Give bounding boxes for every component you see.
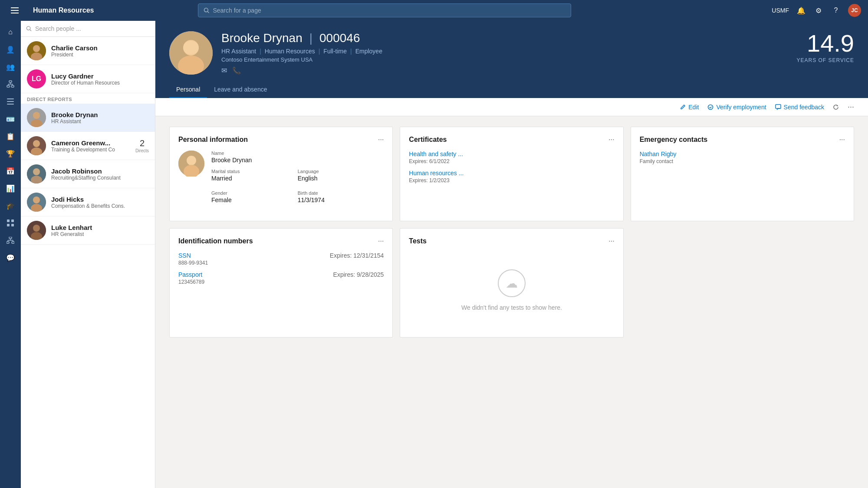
verify-employment-button[interactable]: Verify employment [707,104,766,111]
person-role: Director of Human Resources [51,80,149,86]
tab-personal[interactable]: Personal [169,82,207,98]
edit-button[interactable]: Edit [680,104,699,111]
top-nav-right: USMF 🔔 ⚙ ? JC [772,4,861,17]
help-icon[interactable]: ? [831,5,841,16]
person-info-brooke: Brooke Drynan HR Assistant [51,111,149,124]
tests-empty-message: We didn't find any tests to show here. [461,304,562,311]
svg-rect-15 [7,219,10,222]
ssn-link[interactable]: SSN [178,252,208,259]
ssn-expires: Expires: 12/31/2154 [330,252,384,259]
person-name: Luke Lenhart [51,224,149,231]
birth-value: 11/3/1974 [298,197,384,203]
id-title: Identification numbers [178,237,253,245]
svg-rect-51 [776,105,781,108]
contact-type-0: Family contact [640,158,845,164]
direct-reports-label: DIRECT REPORTS [21,93,155,104]
certs-more[interactable]: ··· [608,136,614,144]
name-value: Brooke Drynan [211,157,384,164]
hamburger-icon[interactable] [7,3,23,18]
svg-rect-19 [9,237,12,239]
person-icon[interactable]: 👤 [3,42,18,57]
name-label: Name [211,151,384,156]
marital-item: Marital status Married [211,169,298,187]
more-options-button[interactable]: ··· [848,102,854,111]
svg-point-35 [33,140,40,147]
refresh-button[interactable] [833,104,839,110]
svg-line-27 [30,29,31,31]
person-jodi[interactable]: Jodi Hicks Compensation & Benefits Cons. [21,188,155,216]
personal-info-more[interactable]: ··· [378,136,384,144]
calendar-icon[interactable]: 📅 [3,163,18,179]
person-lucy-gardner[interactable]: LG Lucy Gardner Director of Human Resour… [21,65,155,93]
contact-name-0[interactable]: Nathan Rigby [640,151,845,157]
award-icon[interactable]: 🏆 [3,146,18,161]
person-charlie-carson[interactable]: Charlie Carson President [21,37,155,65]
ssn-number: 888-99-9341 [178,260,208,266]
personal-info-title: Personal information [178,136,248,144]
training-icon[interactable]: 🎓 [3,198,18,213]
phone-icon[interactable]: 📞 [232,66,241,75]
emergency-title: Emergency contacts [640,136,708,144]
list-icon[interactable] [3,94,18,109]
card-identification: Identification numbers ··· SSN 888-99-93… [169,228,393,337]
notifications-icon[interactable]: 🔔 [796,5,806,16]
tests-more[interactable]: ··· [608,237,614,245]
avatar-charlie [27,41,46,60]
language-label: Language [298,169,384,174]
personal-photo [178,151,204,177]
person-role: Recruiting&Staffing Consulant [51,175,149,181]
id-entry-passport: Passport 123456789 Expires: 9/28/2025 [178,271,384,285]
org-icon[interactable] [3,76,18,92]
top-nav: Human Resources USMF 🔔 ⚙ ? JC [0,0,868,21]
cards-row-1: Personal information ··· Name [169,127,854,221]
person-name: Jodi Hicks [51,196,149,203]
person-info-jacob: Jacob Robinson Recruiting&Staffing Consu… [51,167,149,181]
svg-point-50 [708,105,713,109]
people-icon[interactable]: 👥 [3,59,18,75]
passport-link[interactable]: Passport [178,271,204,278]
svg-rect-21 [12,242,14,243]
left-sidebar: Charlie Carson President LG Lucy Gardner… [21,21,155,488]
user-avatar[interactable]: JC [848,4,861,17]
person-luke[interactable]: Luke Lenhart HR Generalist [21,216,155,245]
card-tests-header: Tests ··· [409,237,614,245]
edit-icon [680,104,686,110]
search-icon [204,7,210,13]
person-role: HR Assistant [51,118,149,124]
person-cameron[interactable]: Cameron Greenw... Training & Development… [21,132,155,160]
badge-icon[interactable]: 🪪 [3,111,18,127]
checklist-icon[interactable]: 📋 [3,128,18,144]
global-search-input[interactable] [213,7,565,14]
svg-point-49 [183,41,199,55]
feedback-icon[interactable]: 💬 [3,250,18,265]
avatar-jacob [27,164,46,183]
avatar-cameron [27,136,46,155]
person-jacob[interactable]: Jacob Robinson Recruiting&Staffing Consu… [21,160,155,188]
sidebar-search[interactable] [21,21,155,37]
svg-point-32 [33,112,40,119]
home-icon[interactable]: ⌂ [3,24,18,40]
gender-value: Female [211,197,298,203]
person-brooke-drynan[interactable]: Brooke Drynan HR Assistant [21,104,155,132]
send-feedback-button[interactable]: Send feedback [775,104,824,111]
app-title: Human Resources [33,7,94,14]
settings-icon[interactable]: ⚙ [813,5,824,16]
contact-item-0: Nathan Rigby Family contact [640,151,845,164]
cert-link-1[interactable]: Human resources ... [409,170,614,177]
tab-leave-absence[interactable]: Leave and absence [207,82,274,98]
hierarchy-icon[interactable] [3,233,18,248]
card-personal-info: Personal information ··· Name [169,127,393,221]
global-search[interactable] [198,3,571,17]
card-id-header: Identification numbers ··· [178,237,384,245]
svg-point-26 [26,26,30,30]
certs-title: Certificates [409,136,447,144]
sidebar-search-input[interactable] [35,25,150,32]
id-more[interactable]: ··· [378,237,384,245]
emergency-more[interactable]: ··· [839,136,845,144]
cert-link-0[interactable]: Health and safety ... [409,151,614,157]
svg-rect-5 [9,81,12,82]
avatar-brooke [27,108,46,127]
email-icon[interactable]: ✉ [221,66,227,75]
chart-icon[interactable]: 📊 [3,180,18,196]
grid-icon[interactable] [3,215,18,231]
